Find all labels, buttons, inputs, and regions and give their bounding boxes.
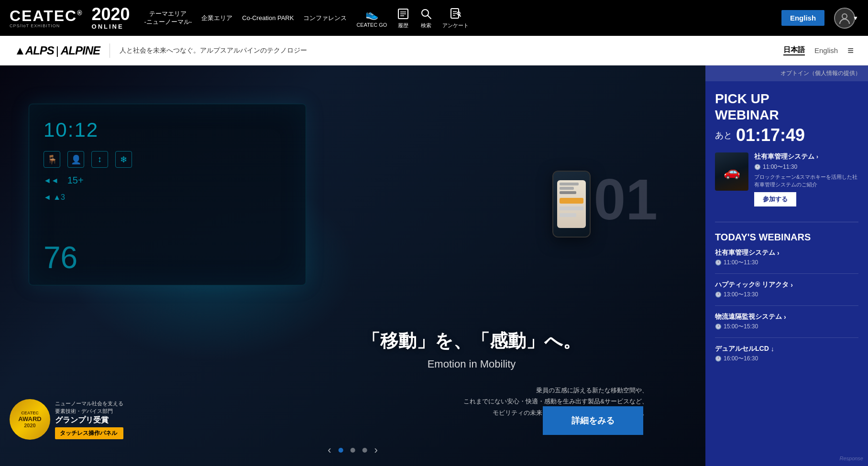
ceatec-sub-logo: CPS/IoT EXHIBITION — [10, 23, 83, 28]
webinar-2-title: ハプティック® リアクタ › — [715, 281, 858, 289]
award-product-label: タッチレス操作パネル — [55, 427, 123, 439]
webinar-2-arrow: › — [791, 281, 793, 289]
carousel-dot-2[interactable] — [351, 448, 355, 453]
opt-in-bar[interactable]: オプトイン（個人情報の提供） — [705, 65, 868, 81]
nav-theme-area[interactable]: テーマエリア -ニューノーマル- — [144, 10, 192, 26]
phone-screen — [553, 172, 590, 237]
dashboard-display: 10:12 🪑 👤 ↕ ❄ ◄◄ 15+ — [29, 104, 306, 285]
display-time-text: 10:12 — [44, 119, 291, 141]
jp-language-btn[interactable]: 日本語 — [783, 45, 805, 55]
pickup-card-time: 🕐 11:00〜11:30 — [754, 163, 858, 171]
year-logo: 2020 ONLINE — [92, 6, 130, 30]
award-icon: CEATEC AWARD 2020 — [10, 399, 50, 440]
alps-tagline: 人と社会を未来へつなぐ。アルプスアルパインのテクノロジー — [120, 46, 783, 55]
pickup-card-thumbnail: 🚗 — [715, 152, 748, 191]
alps-bar-right: 日本語 English ≡ — [783, 44, 854, 57]
webinar-1-arrow: › — [777, 249, 780, 257]
webinar-1-title: 社有車管理システム › — [715, 249, 858, 257]
webinar-3-arrow: › — [784, 313, 786, 321]
hero-main-text: 「移動」を、「感動」へ。 — [362, 329, 581, 353]
alps-alpine-bar: ▲ALPS | ALPINE 人と社会を未来へつなぐ。アルプスアルパインのテクノ… — [0, 36, 868, 65]
carousel-prev-btn[interactable]: ‹ — [328, 444, 331, 456]
award-badge-title: グランプリ受賞 — [55, 415, 123, 425]
user-dropdown-arrow[interactable]: ▼ — [853, 15, 858, 22]
top-nav-right: English ▼ — [781, 8, 858, 29]
survey-icon — [449, 7, 462, 21]
webinar-2-time: 🕐 13:00〜13:30 — [715, 291, 858, 299]
webinar-item-2[interactable]: ハプティック® リアクタ › 🕐 13:00〜13:30 — [715, 281, 858, 306]
carousel-next-btn[interactable]: › — [374, 444, 378, 456]
main-content: 10:12 🪑 👤 ↕ ❄ ◄◄ 15+ — [0, 65, 868, 466]
user-avatar[interactable] — [834, 8, 855, 29]
hero-area: 10:12 🪑 👤 ↕ ❄ ◄◄ 15+ — [0, 65, 705, 466]
user-icon — [838, 11, 851, 25]
pickup-card-info: 社有車管理システム › 🕐 11:00〜11:30 ブロックチェーン&スマホキー… — [754, 152, 858, 206]
pickup-card: 🚗 社有車管理システム › 🕐 11:00〜11:30 ブロックチェーン&スマホ… — [715, 152, 858, 206]
todays-webinars-section: TODAY'S WEBINARS 社有車管理システム › 🕐 11:00〜11:… — [705, 227, 868, 381]
award-text-area: ニューノーマル社会を支える 要素技術・デバイス部門 グランプリ受賞 タッチレス操… — [55, 400, 123, 440]
hero-background: 10:12 🪑 👤 ↕ ❄ ◄◄ 15+ — [0, 65, 705, 466]
right-sidebar: オプトイン（個人情報の提供） PICK UP WEBINAR あと 01:17:… — [705, 65, 868, 466]
join-button[interactable]: 参加する — [754, 192, 796, 206]
ceatec-logo-text: CEATEC® — [10, 8, 83, 23]
hero-text-overlay: 「移動」を、「感動」へ。 Emotion in Mobility — [362, 329, 581, 370]
display-number: 76 — [44, 240, 77, 275]
top-navigation: CEATEC® CPS/IoT EXHIBITION 2020 ONLINE テ… — [0, 0, 868, 36]
alps-alpine-logo: ▲ALPS | ALPINE — [14, 44, 100, 57]
sidebar-divider — [715, 222, 858, 222]
webinar-4-arrow: ↓ — [771, 345, 774, 353]
ceatec-logo-area: CEATEC® CPS/IoT EXHIBITION 2020 ONLINE — [10, 6, 130, 30]
clock-icon: 🕐 — [754, 164, 761, 170]
year-text: 2020 — [92, 6, 130, 23]
timer-label: あと — [715, 130, 732, 141]
carousel-dot-3[interactable] — [363, 448, 367, 453]
online-text: ONLINE — [92, 23, 130, 30]
volume-display: ◄◄ 15+ — [44, 175, 291, 186]
nav-cocreation[interactable]: Co-Creation PARK — [242, 14, 294, 22]
webinar-3-clock-icon: 🕐 — [715, 324, 722, 330]
en-language-btn[interactable]: English — [814, 46, 838, 54]
hamburger-menu-icon[interactable]: ≡ — [847, 44, 854, 57]
webinar-1-clock-icon: 🕐 — [715, 260, 722, 266]
slide-number: 01 — [594, 171, 658, 228]
pickup-section: PICK UP WEBINAR あと 01:17:49 🚗 社有車管理システム … — [705, 81, 868, 217]
carousel-navigation: ‹ › — [328, 444, 378, 456]
seat-icon-2: 👤 — [67, 151, 84, 168]
english-button[interactable]: English — [781, 10, 824, 26]
nav-icon: ↕ — [91, 151, 108, 168]
webinar-2-clock-icon: 🕐 — [715, 292, 722, 298]
svg-line-5 — [428, 15, 431, 19]
hero-cta-button[interactable]: 詳細をみる — [543, 406, 643, 435]
nav-company-area[interactable]: 企業エリア — [201, 14, 232, 22]
nav-search[interactable]: 検索 — [419, 7, 433, 29]
carousel-dot-1[interactable] — [339, 448, 343, 453]
phone-button — [560, 198, 583, 204]
webinar-3-time: 🕐 15:00〜15:30 — [715, 323, 858, 331]
display-content: 10:12 🪑 👤 ↕ ❄ ◄◄ 15+ — [29, 104, 306, 216]
nav-ceatecgo[interactable]: 👟 CEATEC GO — [356, 8, 387, 28]
webinar-item-3[interactable]: 物流遠隔監視システム › 🕐 15:00〜15:30 — [715, 313, 858, 338]
pickup-title: PICK UP WEBINAR — [715, 91, 858, 123]
top-menu: テーマエリア -ニューノーマル- 企業エリア Co-Creation PARK … — [144, 7, 781, 29]
response-logo: Response — [839, 455, 863, 461]
fan-icon: ❄ — [115, 151, 132, 168]
shoe-icon: 👟 — [365, 8, 378, 21]
webinar-4-time: 🕐 16:00〜16:30 — [715, 355, 858, 363]
webinar-item-4[interactable]: デュアルセルLCD ↓ 🕐 16:00〜16:30 — [715, 345, 858, 369]
nav-history[interactable]: 履歴 — [396, 7, 410, 29]
display-screen: 10:12 🪑 👤 ↕ ❄ ◄◄ 15+ — [29, 104, 306, 285]
webinar-item-1[interactable]: 社有車管理システム › 🕐 11:00〜11:30 — [715, 249, 858, 274]
car-icon: 🚗 — [724, 164, 740, 180]
award-circle: CEATEC AWARD 2020 — [10, 399, 50, 440]
todays-webinars-title: TODAY'S WEBINARS — [715, 232, 858, 243]
nav-conference[interactable]: コンファレンス — [303, 14, 347, 22]
history-icon — [396, 7, 410, 21]
search-icon — [419, 7, 433, 21]
timer-row: あと 01:17:49 — [715, 125, 858, 145]
nav-survey[interactable]: アンケート — [442, 7, 469, 29]
pickup-card-desc: ブロックチェーン&スマホキーを活用した社有車管理システムのご紹介 — [754, 173, 858, 188]
hero-sub-text: Emotion in Mobility — [362, 358, 581, 370]
award-badge-top: ニューノーマル社会を支える — [55, 400, 123, 408]
award-badge-mid: 要素技術・デバイス部門 — [55, 407, 123, 415]
phone-mockup — [552, 171, 591, 238]
